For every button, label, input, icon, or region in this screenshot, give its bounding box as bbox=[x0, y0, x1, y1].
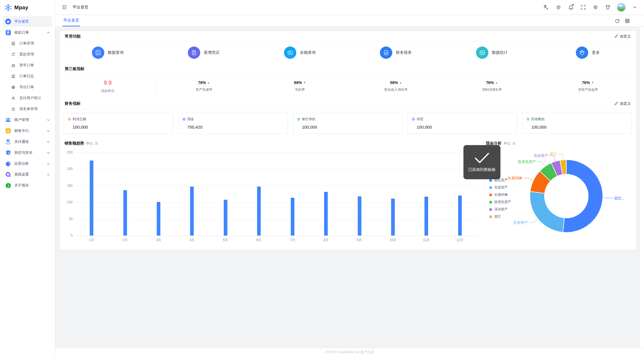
translate-icon[interactable]: 文A bbox=[543, 4, 549, 10]
scrollbar-track[interactable] bbox=[640, 27, 644, 356]
lock-icon bbox=[10, 106, 16, 112]
chevron-down-icon bbox=[47, 129, 50, 132]
metric-label: 资产负债率 bbox=[156, 87, 252, 92]
svg-text:A: A bbox=[546, 7, 548, 10]
sidebar-item-5[interactable]: 风控与安全 bbox=[3, 147, 52, 158]
quick-action-4[interactable]: 数据统计 bbox=[444, 46, 540, 59]
section-finance-header: 财务指标 自定义 bbox=[60, 98, 636, 109]
board-metric-0: 9.9综合评分 bbox=[60, 80, 156, 93]
quick-action-1[interactable]: 新增凭证 bbox=[156, 46, 252, 59]
notification-badge bbox=[572, 4, 574, 6]
legend-dot-icon bbox=[489, 215, 492, 218]
legend-item-投资性房产[interactable]: 投资性房产 bbox=[489, 200, 511, 204]
legend-item-流动资产[interactable]: 流动资产 bbox=[489, 207, 511, 212]
settings-gear-icon[interactable] bbox=[592, 4, 599, 10]
finance-card-label: 存贷 bbox=[417, 117, 423, 122]
sidebar-item-2[interactable]: 商户管理 bbox=[3, 115, 52, 125]
bar-3月 bbox=[157, 202, 160, 236]
donut-slice-固定资产 bbox=[563, 160, 603, 232]
bar-4月 bbox=[190, 187, 194, 236]
quick-action-label: 数据统计 bbox=[492, 50, 508, 55]
x-axis-label: 6月 bbox=[242, 238, 276, 243]
sidebar-item-7[interactable]: 系统设置 bbox=[3, 169, 52, 180]
finance-customize-button[interactable]: 自定义 bbox=[614, 101, 631, 106]
theme-sun-icon[interactable] bbox=[555, 4, 562, 10]
y-axis-tick: 0 bbox=[60, 234, 73, 238]
clipboard-toast: 已添加到剪贴板 bbox=[463, 145, 500, 179]
sidebar-item-label: 商户管理 bbox=[14, 117, 29, 122]
grid-layout-icon[interactable] bbox=[624, 18, 630, 24]
sidebar-item-8[interactable]: i关于项目 bbox=[3, 180, 52, 191]
sidebar-item-4[interactable]: ¥支付通道 bbox=[3, 136, 52, 147]
section-quick-header: 常用功能 自定义 bbox=[60, 31, 636, 42]
quick-action-5[interactable]: 更多 bbox=[540, 46, 636, 59]
legend-item-其它[interactable]: 其它 bbox=[489, 214, 511, 219]
bar-10月 bbox=[391, 199, 395, 236]
tab-platform-home[interactable]: 平台首页 bbox=[63, 15, 80, 26]
sidebar-subitem-label: 订单日志 bbox=[19, 74, 34, 79]
sidebar-subitem-1-3[interactable]: 订单日志 bbox=[3, 71, 52, 82]
finance-card-2: 银行存款100,000 bbox=[293, 113, 403, 134]
sidebar-item-6[interactable]: 运营分析 bbox=[3, 158, 52, 169]
snowflake-icon bbox=[4, 4, 12, 11]
gridline bbox=[75, 186, 477, 186]
topbar: 平台首页 文A bbox=[55, 0, 644, 15]
footer: 2025 © SnowAdmin by 兔子先森 bbox=[55, 348, 644, 356]
quick-action-0[interactable]: 数据查询 bbox=[60, 46, 156, 59]
legend-item-无形资产[interactable]: 无形资产 bbox=[489, 185, 511, 190]
legend-label: 长期待摊 bbox=[494, 192, 508, 197]
quick-action-2[interactable]: 余额查询 bbox=[252, 46, 348, 59]
sidebar-item-label: 系统设置 bbox=[14, 172, 29, 177]
trend-down-icon: ▼ bbox=[591, 82, 594, 84]
fullscreen-icon[interactable] bbox=[580, 4, 586, 10]
donut-slice-无形资产 bbox=[530, 192, 564, 232]
sidebar-item-label: 运营分析 bbox=[14, 161, 29, 166]
legend-dot-icon bbox=[489, 179, 492, 182]
sidebar-menu: 平台首页收款订单订单管理退款管理异常订单订单日志导出订单支付用户统计黑名单管理商… bbox=[0, 15, 55, 191]
sidebar-item-0[interactable]: 平台首页 bbox=[3, 16, 52, 27]
gridline bbox=[75, 236, 477, 236]
logo: Mpay bbox=[0, 0, 55, 15]
sidebar-subitem-1-5[interactable]: 支付用户统计 bbox=[3, 93, 52, 103]
bar-2月 bbox=[123, 190, 127, 236]
quick-action-3[interactable]: 财务报表 bbox=[348, 46, 444, 59]
charts-section: 销售额趋势单位: 元 现金分析单位: 元 2502001501005001月2月… bbox=[60, 139, 636, 251]
sidebar-subitem-label: 退款管理 bbox=[19, 52, 34, 57]
sidebar-subitem-1-2[interactable]: 异常订单 bbox=[3, 60, 52, 71]
shield-icon bbox=[5, 150, 11, 156]
sidebar-subitem-1-1[interactable]: 退款管理 bbox=[3, 49, 52, 60]
sidebar-subitem-1-0[interactable]: 订单管理 bbox=[3, 38, 52, 49]
balance-icon bbox=[284, 46, 296, 59]
ring-dot-icon bbox=[412, 118, 415, 120]
board-metric-3: 58%▲营业收入增长率 bbox=[348, 80, 444, 92]
menu-fold-icon[interactable] bbox=[61, 4, 68, 11]
sidebar-subitem-1-6[interactable]: 黑名单管理 bbox=[3, 104, 52, 114]
trend-up-icon: ▲ bbox=[399, 82, 402, 84]
callout-label-其它: 其它 bbox=[550, 152, 557, 156]
notification-bell-icon[interactable] bbox=[568, 4, 574, 10]
x-axis-label: 1月 bbox=[75, 238, 108, 243]
chevron-down-icon[interactable] bbox=[632, 4, 638, 10]
user-avatar[interactable] bbox=[617, 3, 625, 11]
refresh-icon[interactable] bbox=[614, 18, 620, 24]
callout-label-无形资产: 无形资产 bbox=[513, 220, 528, 225]
finance-card-4: 应收账款100,000 bbox=[522, 113, 632, 134]
bar-9月 bbox=[358, 196, 361, 236]
finance-card-1: 现金750,420 bbox=[178, 113, 288, 134]
finance-card-label: 银行存款 bbox=[302, 117, 315, 122]
tab-actions bbox=[614, 18, 630, 24]
skin-shirt-icon[interactable] bbox=[605, 4, 611, 10]
sidebar-item-1[interactable]: 收款订单 bbox=[3, 27, 52, 38]
bar-6月 bbox=[257, 187, 261, 236]
sidebar-subitem-1-4[interactable]: 导出订单 bbox=[3, 82, 52, 92]
metric-label: 营业收入增长率 bbox=[348, 87, 444, 92]
callout-label-投资性房产: 投资性房产 bbox=[518, 160, 536, 164]
quick-action-label: 财务报表 bbox=[396, 50, 412, 55]
sidebar-subitem-label: 黑名单管理 bbox=[19, 106, 38, 111]
system-ring-icon bbox=[5, 171, 11, 178]
quick-customize-button[interactable]: 自定义 bbox=[614, 34, 631, 39]
sidebar-item-3[interactable]: ¥财务中心 bbox=[3, 125, 52, 136]
ring-dot-icon bbox=[297, 118, 300, 120]
legend-item-长期待摊[interactable]: 长期待摊 bbox=[489, 192, 511, 197]
gridline bbox=[75, 219, 477, 219]
